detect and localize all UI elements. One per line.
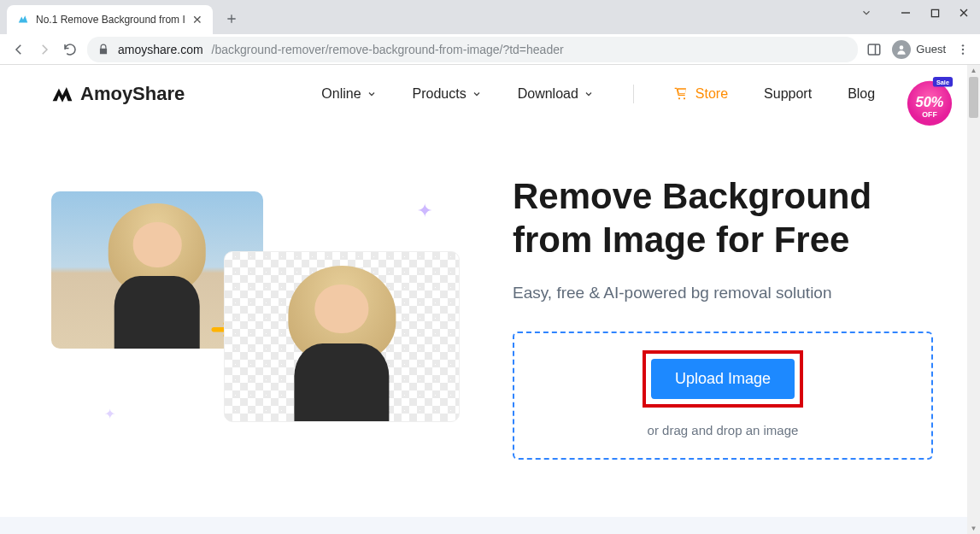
- site-header: AmoyShare Online Products Download Store…: [0, 65, 980, 123]
- browser-toolbar: amoyshare.com/background-remover/remove-…: [0, 34, 980, 65]
- hero-illustration: ✦ ✦ ➜: [51, 174, 461, 431]
- nav-divider: [633, 85, 634, 103]
- nav-support[interactable]: Support: [764, 86, 812, 102]
- nav-support-label: Support: [764, 86, 812, 102]
- site-favicon: [17, 14, 29, 26]
- avatar-icon: [892, 40, 911, 59]
- svg-point-6: [678, 97, 680, 99]
- drop-hint-text: or drag and drop an image: [514, 423, 931, 437]
- footer-band: [0, 517, 967, 534]
- nav-store[interactable]: Store: [673, 86, 728, 102]
- page-title: Remove Background from Image for Free: [513, 174, 933, 261]
- logo-icon: [51, 85, 73, 103]
- maximize-button[interactable]: [929, 7, 941, 19]
- nav-blog[interactable]: Blog: [848, 86, 875, 102]
- nav-products-label: Products: [413, 86, 467, 102]
- minimize-button[interactable]: [900, 7, 912, 19]
- svg-rect-0: [931, 9, 938, 16]
- sparkle-icon: ✦: [104, 406, 115, 422]
- back-button[interactable]: [10, 41, 27, 58]
- url-path: /background-remover/remove-background-fr…: [212, 43, 564, 56]
- cart-icon: [673, 87, 689, 101]
- vertical-scrollbar[interactable]: ▲ ▼: [967, 65, 980, 534]
- upload-dropzone[interactable]: Upload Image or drag and drop an image: [513, 332, 933, 460]
- chevron-down-icon[interactable]: [860, 7, 872, 19]
- kebab-menu-icon[interactable]: [956, 43, 970, 56]
- close-tab-icon[interactable]: ✕: [192, 13, 202, 26]
- svg-point-3: [962, 44, 964, 46]
- chevron-down-icon: [584, 89, 594, 99]
- window-controls: [860, 7, 970, 19]
- nav-blog-label: Blog: [848, 86, 875, 102]
- browser-tab-strip: No.1 Remove Background from I ✕: [0, 0, 980, 34]
- url-host: amoyshare.com: [118, 43, 203, 56]
- sparkle-icon: ✦: [417, 200, 432, 222]
- nav-online[interactable]: Online: [321, 86, 376, 102]
- chevron-down-icon: [367, 89, 377, 99]
- after-image: [224, 251, 460, 422]
- new-tab-button[interactable]: [220, 7, 244, 31]
- nav-store-label: Store: [695, 86, 728, 102]
- browser-tab[interactable]: No.1 Remove Background from I ✕: [7, 5, 213, 34]
- main-nav: Online Products Download Store Support B…: [321, 85, 931, 103]
- sale-amount-text: 50%: [916, 94, 944, 109]
- lock-icon: [97, 44, 109, 56]
- svg-point-7: [684, 97, 685, 99]
- svg-point-5: [962, 52, 964, 54]
- chevron-down-icon: [472, 89, 482, 99]
- forward-button[interactable]: [36, 41, 53, 58]
- sale-tag-text: Sale: [936, 79, 949, 86]
- site-logo[interactable]: AmoyShare: [51, 83, 185, 105]
- nav-download[interactable]: Download: [518, 86, 594, 102]
- hero-section: ✦ ✦ ➜ Remove Background from Image for F…: [0, 123, 980, 460]
- annotation-highlight: Upload Image: [643, 350, 803, 408]
- page-viewport: AmoyShare Online Products Download Store…: [0, 65, 980, 534]
- tab-title: No.1 Remove Background from I: [36, 14, 185, 26]
- reload-button[interactable]: [62, 41, 79, 58]
- scrollbar-thumb[interactable]: [969, 77, 978, 118]
- svg-point-4: [962, 48, 964, 50]
- scroll-down-icon[interactable]: ▼: [969, 524, 978, 533]
- nav-download-label: Download: [518, 86, 578, 102]
- svg-point-2: [900, 45, 904, 50]
- profile-label: Guest: [916, 43, 946, 56]
- nav-online-label: Online: [321, 86, 361, 102]
- address-bar[interactable]: amoyshare.com/background-remover/remove-…: [87, 37, 858, 62]
- hero-content: Remove Background from Image for Free Ea…: [513, 174, 933, 460]
- panel-icon[interactable]: [866, 42, 882, 57]
- sale-suffix-text: OFF: [922, 110, 936, 119]
- profile-button[interactable]: Guest: [892, 40, 946, 59]
- sale-badge[interactable]: Sale 50% OFF: [905, 77, 954, 126]
- scroll-up-icon[interactable]: ▲: [969, 66, 978, 75]
- upload-image-button[interactable]: Upload Image: [651, 359, 795, 399]
- nav-products[interactable]: Products: [413, 86, 482, 102]
- svg-rect-1: [869, 44, 881, 55]
- close-window-button[interactable]: [958, 7, 970, 19]
- logo-text: AmoyShare: [80, 83, 185, 105]
- page-subtitle: Easy, free & AI-powered bg removal solut…: [513, 284, 933, 302]
